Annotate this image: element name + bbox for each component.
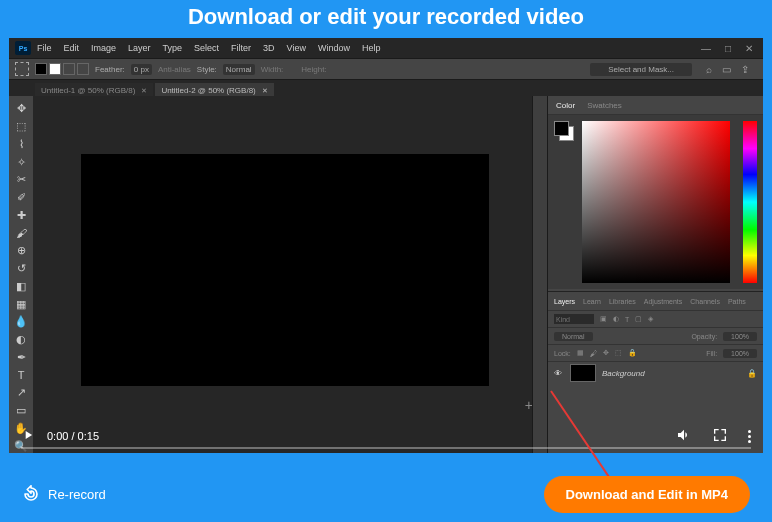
lock-icon: 🔒: [747, 369, 757, 378]
menu-view[interactable]: View: [287, 43, 306, 53]
hue-slider[interactable]: [743, 121, 757, 283]
shape-tool-icon[interactable]: ▭: [12, 404, 30, 418]
move-tool-icon[interactable]: ✥: [12, 102, 30, 116]
photoshop-logo-icon: Ps: [15, 41, 31, 55]
type-tool-icon[interactable]: T: [12, 368, 30, 382]
visibility-icon[interactable]: 👁: [554, 369, 564, 378]
options-bar: Feather: 0 px Anti-alias Style: Normal W…: [9, 58, 763, 80]
gradient-tool-icon[interactable]: ▦: [12, 297, 30, 311]
maximize-icon[interactable]: □: [725, 43, 731, 54]
saturation-field[interactable]: [582, 121, 730, 283]
video-controls: 0:00 / 0:15: [9, 419, 763, 453]
fill-input[interactable]: 100%: [723, 349, 757, 358]
screenshot-container: Ps File Edit Image Layer Type Select Fil…: [9, 38, 763, 453]
filter-shape-icon[interactable]: ▢: [635, 315, 642, 323]
stamp-tool-icon[interactable]: ⊕: [12, 244, 30, 258]
menu-edit[interactable]: Edit: [64, 43, 80, 53]
opacity-label: Opacity:: [691, 333, 717, 340]
lock-all-icon[interactable]: 🔒: [628, 349, 637, 357]
volume-icon[interactable]: [676, 427, 692, 445]
close-icon[interactable]: ✕: [745, 43, 753, 54]
workspace-icon[interactable]: ▭: [722, 64, 731, 75]
fullscreen-icon[interactable]: [712, 427, 728, 445]
brush-tool-icon[interactable]: 🖌: [12, 226, 30, 240]
path-tool-icon[interactable]: ↗: [12, 386, 30, 400]
lock-label: Lock:: [554, 350, 571, 357]
height-label: Height:: [301, 65, 326, 74]
menu-filter[interactable]: Filter: [231, 43, 251, 53]
share-icon[interactable]: ⇪: [741, 64, 749, 75]
re-record-label: Re-record: [48, 487, 106, 502]
layer-filter-input[interactable]: [554, 314, 594, 324]
document-canvas[interactable]: [81, 154, 489, 386]
lock-artboard-icon[interactable]: ⬚: [615, 349, 622, 357]
feather-input[interactable]: 0 px: [131, 64, 152, 75]
color-picker: [548, 115, 763, 289]
tab-close-icon[interactable]: ✕: [141, 87, 147, 95]
eraser-tool-icon[interactable]: ◧: [12, 280, 30, 294]
menu-image[interactable]: Image: [91, 43, 116, 53]
lasso-tool-icon[interactable]: ⌇: [12, 138, 30, 152]
collapsed-panel-strip[interactable]: [532, 96, 547, 453]
menu-help[interactable]: Help: [362, 43, 381, 53]
menu-file[interactable]: File: [37, 43, 52, 53]
page-title: Download or edit your recorded video: [0, 0, 772, 34]
tab-paths[interactable]: Paths: [728, 298, 746, 305]
dodge-tool-icon[interactable]: ◐: [12, 333, 30, 347]
pen-tool-icon[interactable]: ✒: [12, 351, 30, 365]
minimize-icon[interactable]: —: [701, 43, 711, 54]
feather-label: Feather:: [95, 65, 125, 74]
filter-pixel-icon[interactable]: ▣: [600, 315, 607, 323]
wand-tool-icon[interactable]: ✧: [12, 155, 30, 169]
blur-tool-icon[interactable]: 💧: [12, 315, 30, 329]
refresh-icon: [22, 485, 40, 503]
tab-color[interactable]: Color: [556, 101, 575, 110]
layers-panel-tabs: Layers Learn Libraries Adjustments Chann…: [548, 291, 763, 311]
menu-3d[interactable]: 3D: [263, 43, 275, 53]
tools-panel: ✥ ⬚ ⌇ ✧ ✂ ✐ ✚ 🖌 ⊕ ↺ ◧ ▦ 💧 ◐ ✒ T ↗ ▭ ✋ 🔍: [9, 96, 33, 453]
menu-type[interactable]: Type: [163, 43, 183, 53]
style-label: Style:: [197, 65, 217, 74]
footer-bar: Re-record Download and Edit in MP4: [0, 466, 772, 522]
opacity-input[interactable]: 100%: [723, 332, 757, 341]
filter-adjust-icon[interactable]: ◐: [613, 315, 619, 323]
download-edit-button[interactable]: Download and Edit in MP4: [544, 476, 751, 513]
layer-background[interactable]: 👁 Background 🔒: [548, 362, 763, 384]
healing-tool-icon[interactable]: ✚: [12, 209, 30, 223]
tab-swatches[interactable]: Swatches: [587, 101, 622, 110]
menu-window[interactable]: Window: [318, 43, 350, 53]
lock-transparency-icon[interactable]: ▦: [577, 349, 584, 357]
video-progress-bar[interactable]: [21, 447, 751, 449]
tab-channels[interactable]: Channels: [690, 298, 720, 305]
re-record-button[interactable]: Re-record: [22, 485, 106, 503]
color-panel-tabs: Color Swatches: [548, 96, 763, 115]
tab-libraries[interactable]: Libraries: [609, 298, 636, 305]
tab-close-icon[interactable]: ✕: [262, 87, 268, 95]
lock-position-icon[interactable]: ✥: [603, 349, 609, 357]
filter-smart-icon[interactable]: ◈: [648, 315, 653, 323]
filter-type-icon[interactable]: T: [625, 316, 629, 323]
menu-layer[interactable]: Layer: [128, 43, 151, 53]
more-options-icon[interactable]: [748, 430, 751, 443]
crop-tool-icon[interactable]: ✂: [12, 173, 30, 187]
fg-bg-swatch[interactable]: [554, 121, 574, 141]
marquee-tool-icon[interactable]: [15, 62, 29, 76]
history-brush-icon[interactable]: ↺: [12, 262, 30, 276]
style-select[interactable]: Normal: [223, 64, 255, 75]
blend-mode-select[interactable]: Normal: [554, 332, 593, 341]
lock-pixels-icon[interactable]: 🖌: [590, 350, 597, 357]
right-panels: Color Swatches Layers Learn Libraries Ad…: [547, 96, 763, 453]
title-bar: Ps File Edit Image Layer Type Select Fil…: [9, 38, 763, 58]
search-icon[interactable]: ⌕: [706, 64, 712, 75]
play-button[interactable]: [21, 428, 35, 444]
tab-learn[interactable]: Learn: [583, 298, 601, 305]
tab-layers[interactable]: Layers: [554, 298, 575, 305]
selection-mode-icons[interactable]: [35, 63, 89, 75]
marquee-tool-icon[interactable]: ⬚: [12, 120, 30, 134]
eyedropper-tool-icon[interactable]: ✐: [12, 191, 30, 205]
menu-select[interactable]: Select: [194, 43, 219, 53]
main-menu: File Edit Image Layer Type Select Filter…: [37, 43, 381, 53]
tab-adjustments[interactable]: Adjustments: [644, 298, 683, 305]
select-mask-button[interactable]: Select and Mask...: [590, 63, 692, 76]
layer-thumbnail[interactable]: [570, 364, 596, 382]
